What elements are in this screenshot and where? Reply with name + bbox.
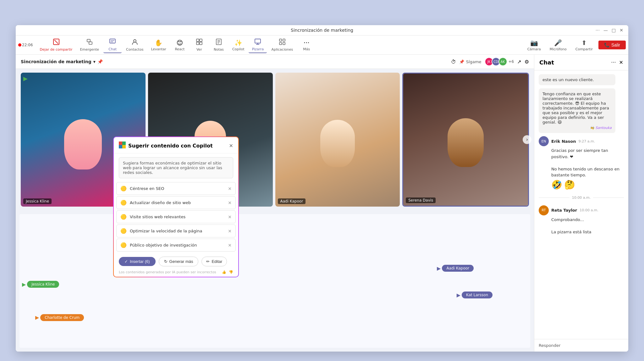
camera-btn[interactable]: 📷 Cámara xyxy=(524,38,544,53)
edit-button[interactable]: ✏ Editar xyxy=(201,257,227,266)
serena-name: Serena Davis xyxy=(406,197,436,203)
plus-count: +6 xyxy=(509,59,514,64)
window-title: Sincronización de marketing xyxy=(291,28,353,33)
sigueme-btn[interactable]: 📌 Sígame xyxy=(459,59,482,64)
copilot-feedback: 👍 👎 xyxy=(222,270,233,274)
svg-rect-2 xyxy=(87,39,90,42)
react-icon: 😊 xyxy=(176,39,183,47)
reta-msg-header: RT Reta Taylor 10:00 a.m. xyxy=(539,205,624,215)
edit-label: Editar xyxy=(212,259,222,264)
close-icon[interactable]: ✕ xyxy=(619,28,623,33)
toolbar-floating[interactable]: Emergente xyxy=(77,37,102,53)
chat-bubble-1: este es un nuevo cliente. xyxy=(539,74,615,85)
kat-float-badge: Kat Larsson xyxy=(462,292,493,298)
svg-rect-19 xyxy=(279,39,282,41)
insert-label: Insertar (6) xyxy=(130,259,150,264)
toolbar-notes[interactable]: Notas xyxy=(210,37,228,53)
toolbar-apps[interactable]: Aplicaciones xyxy=(268,37,296,53)
chat-bubble-2: Tengo confianza en que este lanzamiento … xyxy=(539,88,615,133)
copilot-item-2-close[interactable]: ✕ xyxy=(228,200,232,205)
svg-rect-23 xyxy=(119,142,122,145)
copilot-item-2-text: Actualizar diseño de sitio web xyxy=(130,200,225,205)
copilot-item-5-close[interactable]: ✕ xyxy=(228,243,232,248)
copilot-title: Sugerir contenido con Copilot xyxy=(128,143,227,149)
edit-icon: ✏ xyxy=(206,259,210,264)
thumbs-down-icon[interactable]: 👎 xyxy=(229,270,233,274)
copilot-item-3-icon: 🟡 xyxy=(120,214,127,220)
copilot-item-4-close[interactable]: ✕ xyxy=(228,229,232,234)
toolbar-stop-share[interactable]: Dejar de compartir xyxy=(37,37,76,53)
copilot-item-3[interactable]: 🟡 Visite sitios web relevantes ✕ xyxy=(116,210,236,223)
chat-title: Chat xyxy=(539,59,611,66)
meeting-bar: Sincronización de marketing ▾ 📌 ⏱ 📌 Síga… xyxy=(16,55,534,69)
santouka-emoji: 🧑‍🍳 xyxy=(590,126,594,130)
chat-reply-bar[interactable]: Responder xyxy=(534,339,628,352)
toolbar-more[interactable]: ··· Más xyxy=(297,38,316,53)
copilot-item-4[interactable]: 🟡 Optimizar la velocidad de la página ✕ xyxy=(116,225,236,237)
aadi-float-badge: Aadi Kapoor xyxy=(442,265,474,272)
toolbar-raise[interactable]: ✋ Levantar xyxy=(148,38,169,53)
copilot-header: Sugerir contenido con Copilot ✕ xyxy=(114,137,238,153)
svg-rect-10 xyxy=(196,42,199,45)
mic-btn[interactable]: 🎤 Micrófono xyxy=(547,38,570,53)
sigueme-label: Sígame xyxy=(466,59,482,64)
window-controls: ··· — □ ✕ xyxy=(596,28,623,33)
share-meeting-icon[interactable]: ↗ xyxy=(517,59,521,65)
reta-name: Reta Taylor xyxy=(551,208,577,213)
minimize-icon[interactable]: — xyxy=(603,28,608,33)
svg-point-7 xyxy=(134,40,136,42)
meeting-title-chevron[interactable]: ▾ xyxy=(93,59,96,64)
svg-rect-4 xyxy=(110,39,115,43)
follow-icon: 📌 xyxy=(459,59,464,64)
svg-rect-22 xyxy=(283,42,285,45)
copilot-item-5[interactable]: 🟡 Público objetivo de investigación ✕ xyxy=(116,239,236,252)
timer-display: 22:06 xyxy=(22,43,33,47)
thumbs-up-icon[interactable]: 👍 xyxy=(222,270,226,274)
copilot-item-1[interactable]: 🟡 Céntrese en SEO ✕ xyxy=(116,182,236,195)
video-next-arrow[interactable]: › xyxy=(523,135,531,144)
toolbar-whiteboard[interactable]: Pizarra xyxy=(249,37,267,53)
emoji-think: 🤔 xyxy=(564,180,575,190)
copilot-item-1-close[interactable]: ✕ xyxy=(228,186,232,191)
chat-more-icon[interactable]: ··· xyxy=(611,59,616,65)
copilot-footer: ✓ Insertar (6) ↻ Generar más ✏ Editar xyxy=(114,253,238,270)
copilot-item-2[interactable]: 🟡 Actualizar diseño de sitio web ✕ xyxy=(116,196,236,209)
toolbar-copilot[interactable]: ✨ Copilot xyxy=(229,38,248,53)
generate-button[interactable]: ↻ Generar más xyxy=(159,257,199,266)
toolbar-view[interactable]: Ver xyxy=(190,37,208,53)
title-bar: Sincronización de marketing ··· — □ ✕ xyxy=(16,25,628,36)
notes-label: Notas xyxy=(214,47,224,52)
main-window: Sincronización de marketing ··· — □ ✕ 22… xyxy=(16,25,628,352)
leave-button[interactable]: 📞 Salir xyxy=(598,41,626,49)
toolbar-chat[interactable]: Chat xyxy=(103,37,122,53)
toolbar-contacts[interactable]: Contactos xyxy=(123,37,146,53)
svg-rect-25 xyxy=(119,145,122,148)
copilot-close-icon[interactable]: ✕ xyxy=(229,143,233,149)
chat-header: Chat ··· ✕ xyxy=(534,55,628,70)
floating-label: Emergente xyxy=(80,47,99,52)
kat-float-arrow: ▶ xyxy=(457,292,460,298)
maximize-icon[interactable]: □ xyxy=(612,28,616,33)
jessica-name: Jessica Kline xyxy=(23,198,52,204)
insert-button[interactable]: ✓ Insertar (6) xyxy=(119,257,156,266)
share-btn[interactable]: ⬆ Compartir xyxy=(572,38,596,53)
leave-label: Salir xyxy=(611,42,620,47)
svg-rect-9 xyxy=(200,39,202,42)
settings-icon[interactable]: ⚙ xyxy=(525,59,529,65)
chat-close-icon[interactable]: ✕ xyxy=(619,59,623,65)
copilot-item-1-text: Céntrese en SEO xyxy=(130,186,225,191)
more-options-icon[interactable]: ··· xyxy=(596,28,600,33)
raise-label: Levantar xyxy=(151,47,166,51)
notes-icon xyxy=(215,38,222,47)
jessica-float-arrow: ▶ xyxy=(22,281,26,287)
svg-rect-21 xyxy=(279,42,282,45)
floating-aadi: ▶ Aadi Kapoor xyxy=(437,265,474,272)
share-icon: ⬆ xyxy=(581,39,587,47)
toolbar-react[interactable]: 😊 React xyxy=(171,38,189,53)
erik-emojis: 🤣 🤔 xyxy=(539,180,624,190)
whiteboard-icon xyxy=(254,38,261,47)
copilot-item-3-close[interactable]: ✕ xyxy=(228,214,232,219)
whiteboard-label: Pizarra xyxy=(252,47,264,51)
copilot-item-5-icon: 🟡 xyxy=(120,242,127,248)
meeting-bar-actions: ⏱ 📌 Sígame JK CD AK +6 ↗ ⚙ xyxy=(451,57,529,66)
